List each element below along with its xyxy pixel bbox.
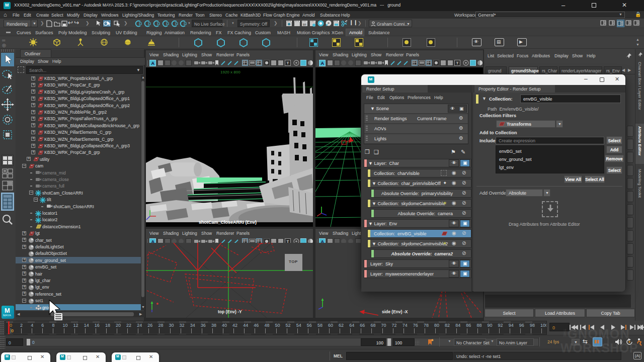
svg-text:1920 x 800: 1920 x 800 bbox=[220, 70, 240, 74]
svg-text:BR: BR bbox=[303, 23, 306, 26]
